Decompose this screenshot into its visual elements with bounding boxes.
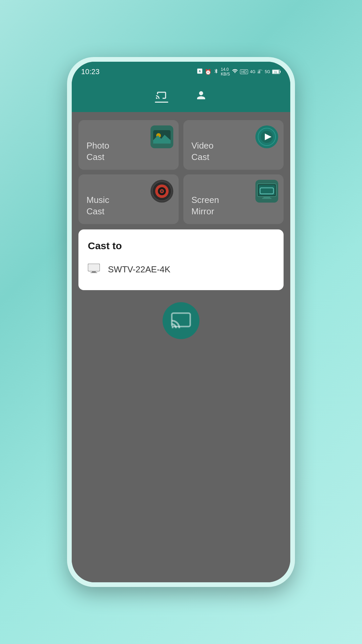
screen-mirror-card[interactable]: Screen Mirror <box>183 174 284 224</box>
screen-mirror-icon <box>255 180 278 203</box>
top-navigation <box>72 82 290 112</box>
status-icons: ⏰ 14.0KB/S HD 4G 5G <box>197 67 281 76</box>
svg-point-19 <box>161 190 163 192</box>
svg-rect-24 <box>262 198 272 199</box>
cast-options-grid: Photo Cast Video <box>78 120 284 224</box>
main-content: Photo Cast Video <box>72 112 290 582</box>
cast-device-name: SWTV-22AE-4K <box>108 264 170 275</box>
status-time: 10:23 <box>81 67 100 76</box>
svg-text:31: 31 <box>274 70 278 74</box>
bluetooth-icon <box>214 68 219 75</box>
wifi-icon <box>232 68 238 75</box>
svg-rect-28 <box>90 272 97 273</box>
svg-rect-27 <box>92 271 96 272</box>
5g-icon: 5G <box>265 69 270 74</box>
data-speed-icon: 14.0KB/S <box>221 67 230 76</box>
tv-device-icon <box>88 264 100 275</box>
video-cast-label: Video Cast <box>191 140 214 163</box>
nfc-icon <box>197 68 203 75</box>
hd-icon: HD <box>240 69 248 74</box>
photo-cast-label: Photo Cast <box>86 140 109 163</box>
signal-icon <box>257 68 263 75</box>
music-cast-card[interactable]: Music Cast <box>78 174 179 224</box>
status-bar: 10:23 ⏰ 14.0KB/S HD 4G <box>72 62 290 82</box>
cast-device-item[interactable]: SWTV-22AE-4K <box>88 260 274 279</box>
profile-nav-tab[interactable] <box>195 89 207 101</box>
cast-nav-tab[interactable] <box>155 88 168 103</box>
cast-fab-button[interactable] <box>163 302 199 339</box>
svg-rect-5 <box>280 71 281 73</box>
video-cast-card[interactable]: Video Cast <box>183 120 284 170</box>
photo-cast-card[interactable]: Photo Cast <box>78 120 179 170</box>
cast-fab-icon <box>171 311 191 331</box>
cast-to-dialog: Cast to SWTV-22AE-4K <box>78 229 284 290</box>
svg-rect-26 <box>88 264 99 271</box>
music-cast-label: Music Cast <box>86 195 109 217</box>
music-cast-icon <box>150 180 173 203</box>
cast-dialog-title: Cast to <box>88 240 274 252</box>
svg-rect-23 <box>263 197 270 198</box>
battery-icon: 31 <box>272 69 281 74</box>
svg-rect-0 <box>258 71 258 73</box>
screen-mirror-label: Screen Mirror <box>191 195 219 217</box>
svg-rect-2 <box>260 70 260 73</box>
alarm-icon: ⏰ <box>205 69 212 75</box>
phone-screen: 10:23 ⏰ 14.0KB/S HD 4G <box>72 62 290 582</box>
svg-rect-1 <box>259 71 259 73</box>
4g-icon: 4G <box>250 69 255 74</box>
photo-cast-icon <box>150 125 173 148</box>
video-cast-icon <box>255 125 278 148</box>
phone-frame: 10:23 ⏰ 14.0KB/S HD 4G <box>67 57 295 587</box>
